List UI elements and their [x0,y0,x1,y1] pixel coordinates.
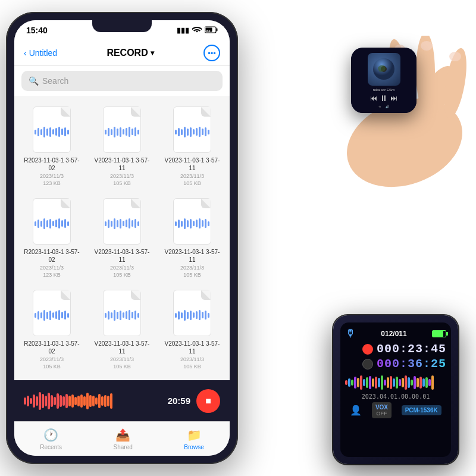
file-date-3: 2023/11/3 [40,265,64,271]
search-placeholder: Search [42,76,68,86]
phone-body: 15:40 ▮▮▮ 62 [6,12,238,464]
battery-icon: 62 [205,26,218,35]
file-grid: R2023-11-03-1 3-57-02 2023/11/3 123 KB V… [14,96,230,380]
file-item-8[interactable]: V2023-11-03-1 3-57-11 2023/11/3 105 KB [157,284,227,375]
stop-button[interactable]: ■ [196,389,220,413]
file-size-5: 105 KB [183,272,201,278]
rec-wave-bar [419,377,422,389]
player-wave-bar [110,393,112,409]
player-wave-bar [30,398,32,404]
wave-bar [40,221,42,227]
wave-bar [35,130,36,134]
wave-bar [43,310,45,321]
rec-wave-bar [396,377,398,389]
nav-back-button[interactable]: ‹ Untitled [24,48,57,58]
recorder-battery-container [432,330,446,337]
wave-bar [108,220,109,228]
wave-bar [175,313,177,318]
file-icon-6 [33,290,71,336]
phone-screen: 15:40 ▮▮▮ 62 [14,20,230,456]
tab-recents[interactable]: 🕐 Recents [40,428,62,450]
recorder-battery-icon [432,330,446,337]
file-date-1: 2023/11/3 [110,173,134,179]
rec-wave-bar [390,376,392,389]
next-icon[interactable]: ⏭ [390,94,397,102]
file-item-4[interactable]: V2023-11-03-1 3-57-11 2023/11/3 105 KB [87,192,157,284]
wave-bar [123,221,124,226]
file-corner-7 [131,290,140,300]
file-item-3[interactable]: R2023-11-03-1 3-57-02 2023/11/3 123 KB [17,192,87,284]
wave-icon-4 [105,218,139,229]
file-corner-4 [131,199,140,208]
wave-bar [137,130,139,134]
wave-bar [37,220,39,228]
file-item-5[interactable]: V2023-11-03-1 3-57-11 2023/11/3 105 KB [157,192,227,284]
status-icons: ▮▮▮ 62 [177,26,218,35]
rec-wave-bar [399,379,401,386]
file-icon-7 [103,290,141,336]
status-time: 15:40 [26,26,48,35]
recorder-vox-control[interactable]: VOX OFF [372,402,392,418]
wave-bar [64,219,66,228]
file-item-2[interactable]: V2023-11-03-1 3-57-11 2023/11/3 105 KB [157,101,227,192]
rec-wave-bar [416,378,419,387]
wave-bar [52,312,54,318]
player-wave-bar [80,394,83,408]
wave-bar [105,130,107,134]
mini-song-title: reka sor ESro [373,88,395,92]
wave-bar [49,219,51,228]
player-time: 20:59 [168,396,190,406]
file-corner-6 [61,290,70,300]
tab-browse[interactable]: 📁 Browse [184,428,203,450]
file-name-8: V2023-11-03-1 3-57-11 [162,340,222,355]
hand-area: reka sor ESro ⏮ ⏸ ⏭ ⟲ 🔊 [238,36,476,238]
player-wave-bar [33,394,35,408]
wave-bar [129,218,130,228]
nav-more-button[interactable]: ••• [203,45,220,61]
player-wave-bar [39,392,41,410]
file-icon-bg-1 [103,107,141,153]
rec-wave-bar [378,378,380,387]
file-item-7[interactable]: V2023-11-03-1 3-57-11 2023/11/3 105 KB [87,284,157,375]
wave-bar [46,220,48,227]
wave-bar [58,218,60,228]
file-name-0: R2023-11-03-1 3-57-02 [22,156,82,172]
search-input[interactable]: 🔍 Search [21,71,223,91]
wave-bar [196,220,198,227]
file-item-0[interactable]: R2023-11-03-1 3-57-02 2023/11/3 123 KB [17,101,87,192]
wave-bar [184,218,186,229]
wave-bar [52,129,54,134]
player-wave-bar [104,395,107,407]
rec-wave-bar [393,378,395,387]
prev-icon[interactable]: ⏮ [370,94,377,102]
wave-bar [111,312,112,318]
file-item-1[interactable]: V2023-11-03-1 3-57-11 2023/11/3 105 KB [87,101,157,192]
wave-bar [58,310,60,320]
player-wave-bar [74,397,77,405]
tab-label-recents: Recents [40,444,62,450]
recorder-person-icon: 👤 [350,405,362,416]
wave-bar [123,129,124,134]
wave-bar [193,129,195,134]
wave-bar [108,128,109,136]
file-size-7: 105 KB [113,364,131,369]
recorder-mic-icon: 🎙 [345,327,356,340]
wave-bar [105,313,107,318]
wave-bar [55,220,57,227]
wave-bar [114,310,115,321]
file-corner-0 [61,107,70,117]
wave-bar [137,313,139,318]
dropdown-icon[interactable]: ▾ [151,49,154,57]
rec-wave-bar [360,375,362,390]
wave-bar [111,129,112,135]
play-pause-icon[interactable]: ⏸ [380,93,388,103]
tab-shared[interactable]: 📤 Shared [114,428,133,450]
file-corner-8 [201,290,211,300]
wave-bar [131,312,133,318]
wave-icon-2 [175,127,209,137]
file-item-6[interactable]: R2023-11-03-1 3-57-02 2023/11/3 105 KB [17,284,87,375]
file-date-6: 2023/11/3 [40,356,64,362]
nav-bar: ‹ Untitled RECORD ▾ ••• [14,41,230,66]
tab-icon-shared: 📤 [115,428,130,442]
stop-icon: ■ [205,396,211,406]
